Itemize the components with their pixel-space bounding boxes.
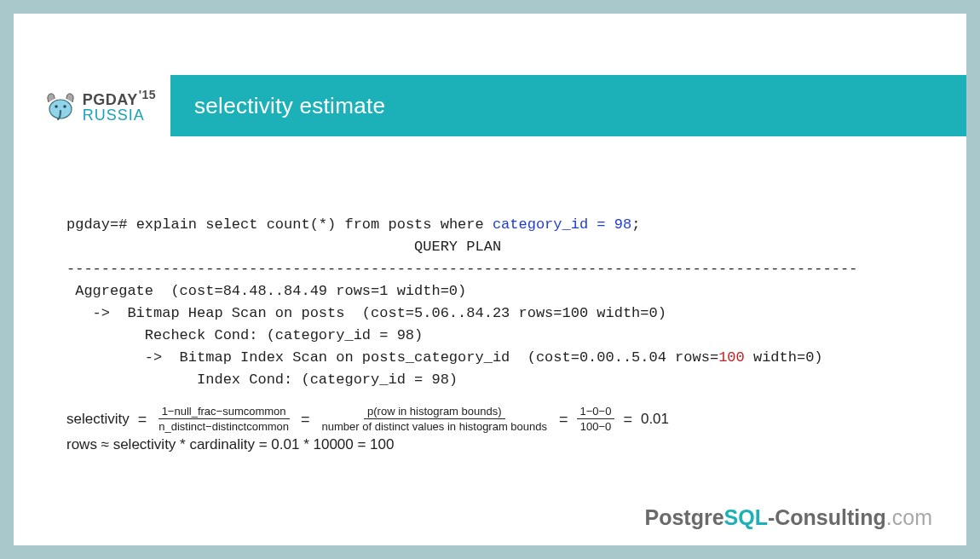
fraction-2: p(row in histogram bounds) number of dis…	[319, 405, 551, 433]
selectivity-formula: selectivity = 1−null_frac−sumcommon n_di…	[66, 405, 924, 433]
fraction-1: 1−null_frac−sumcommon n_distinct−distinc…	[155, 405, 292, 433]
header-bar: PGDAY'15 RUSSIA selectivity estimate	[14, 75, 966, 136]
elephant-icon	[43, 89, 78, 123]
title-band: selectivity estimate	[170, 75, 966, 136]
svg-point-2	[63, 105, 66, 108]
formula-block: selectivity = 1−null_frac−sumcommon n_di…	[66, 405, 924, 457]
logo-area: PGDAY'15 RUSSIA	[14, 75, 170, 136]
logo-line2: RUSSIA	[83, 107, 156, 123]
slide: PGDAY'15 RUSSIA selectivity estimate pgd…	[14, 14, 966, 545]
content-area: pgday=# explain select count(*) from pos…	[66, 214, 924, 457]
fraction-3: 1−0−0 100−0	[577, 405, 615, 433]
logo-line1: PGDAY'15	[83, 89, 156, 107]
svg-point-1	[55, 105, 58, 108]
rows-formula: rows ≈ selectivity * cardinality = 0.01 …	[66, 433, 924, 457]
slide-title: selectivity estimate	[194, 93, 385, 119]
query-plan-code: pgday=# explain select count(*) from pos…	[66, 214, 924, 391]
logo-text: PGDAY'15 RUSSIA	[83, 89, 156, 123]
footer-branding: PostgreSQL-Consulting.com	[644, 505, 932, 530]
